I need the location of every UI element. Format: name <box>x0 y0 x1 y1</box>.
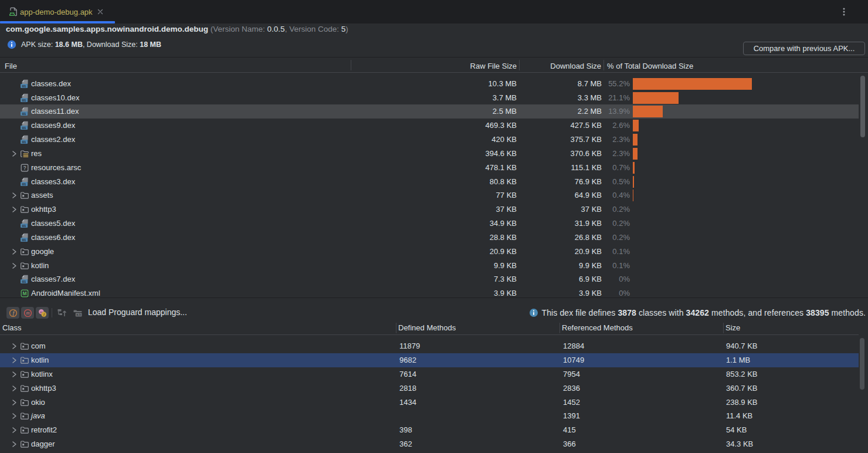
dex-icon <box>20 219 29 228</box>
file-row-classes3.dex[interactable]: classes3.dex80.8 KB76.9 KB0.5% <box>0 175 859 189</box>
class-size: 238.9 KB <box>726 395 758 410</box>
chevron-right-icon[interactable] <box>9 425 19 435</box>
download-size: 2.2 MB <box>578 104 602 119</box>
tab-label: app-demo-debug.apk <box>20 8 93 16</box>
folder-icon <box>20 411 29 421</box>
chevron-right-icon[interactable] <box>9 398 19 407</box>
column-separator <box>603 60 604 70</box>
defined-methods: 9682 <box>399 353 416 367</box>
col-header-pct-of-total[interactable]: % of Total Download Size <box>607 62 693 71</box>
referenced-methods: 1391 <box>563 409 580 423</box>
col-header-raw-file-size[interactable]: Raw File Size <box>470 62 517 71</box>
col-header-download-size[interactable]: Download Size <box>550 62 601 71</box>
col-header-size[interactable]: Size <box>725 323 740 332</box>
dex-icon <box>20 177 29 187</box>
download-size: 9.9 KB <box>579 259 602 273</box>
class-row-okhttp3[interactable]: okhttp328182836360.7 KB <box>0 381 859 395</box>
dex-icon <box>20 233 29 242</box>
class-row-okio[interactable]: okio14341452238.9 KB <box>0 395 859 410</box>
column-separator <box>560 323 560 333</box>
raw-file-size: 20.9 KB <box>490 245 517 259</box>
class-row-retrofit2[interactable]: retrofit239841554 KB <box>0 423 859 437</box>
col-header-referenced-methods[interactable]: Referenced Methods <box>562 323 633 332</box>
chevron-right-icon[interactable] <box>9 356 19 365</box>
download-size: 8.7 MB <box>578 77 602 91</box>
file-row-classes5.dex[interactable]: classes5.dex34.9 KB31.9 KB0.2% <box>0 217 859 231</box>
class-size: 1.1 MB <box>726 353 750 367</box>
raw-file-size: 80.8 KB <box>490 175 517 189</box>
class-row-kotlinx[interactable]: kotlinx76147954853.2 KB <box>0 367 859 381</box>
chevron-right-icon[interactable] <box>9 370 19 379</box>
tab-options-kebab-icon[interactable] <box>839 6 849 17</box>
file-row-kotlin[interactable]: kotlin9.9 KB9.9 KB0.1% <box>0 259 859 273</box>
tab-apk[interactable]: app-demo-debug.apk <box>0 0 115 23</box>
class-row-java[interactable]: java139111.4 KB <box>0 409 859 423</box>
download-pct-bar <box>633 78 752 90</box>
pct-of-total: 0% <box>619 286 630 298</box>
chevron-right-icon[interactable] <box>9 261 19 271</box>
file-row-classes11.dex[interactable]: classes11.dex2.5 MB2.2 MB13.9% <box>0 104 859 119</box>
class-row-com[interactable]: com1187912884940.7 KB <box>0 339 859 353</box>
class-row-dagger[interactable]: dagger36236634.3 KB <box>0 437 859 451</box>
file-row-classes6.dex[interactable]: classes6.dex28.8 KB26.8 KB0.2% <box>0 231 859 245</box>
file-row-classes7.dex[interactable]: classes7.dex7.3 KB6.9 KB0% <box>0 272 859 286</box>
file-name: classes.dex <box>31 77 71 91</box>
file-row-AndroidManifest.xml[interactable]: AndroidManifest.xml3.9 KB3.9 KB0% <box>0 286 859 298</box>
defined-methods: 11879 <box>399 339 420 353</box>
show-fields-button[interactable] <box>6 307 19 319</box>
raw-file-size: 9.9 KB <box>494 259 517 273</box>
pct-of-total: 55.2% <box>608 77 630 91</box>
load-proguard-mappings-link[interactable]: Load Proguard mappings... <box>88 307 187 317</box>
compare-apk-button[interactable]: Compare with previous APK... <box>743 42 865 55</box>
chevron-right-icon[interactable] <box>9 411 19 421</box>
chevron-right-icon[interactable] <box>9 384 19 393</box>
file-row-classes10.dex[interactable]: classes10.dex3.7 MB3.3 MB21.1% <box>0 91 859 105</box>
class-size: 11.4 KB <box>726 409 752 423</box>
col-header-class[interactable]: Class <box>2 323 22 332</box>
package-rendering-icon[interactable] <box>73 308 83 318</box>
file-row-okhttp3[interactable]: okhttp337 KB37 KB0.2% <box>0 202 859 217</box>
pct-of-total: 2.3% <box>612 133 630 147</box>
file-row-classes9.dex[interactable]: classes9.dex469.3 KB427.5 KB2.6% <box>0 119 859 133</box>
apk-file-icon <box>9 7 18 16</box>
file-row-assets[interactable]: assets77 KB64.9 KB0.4% <box>0 188 859 202</box>
show-methods-button[interactable] <box>21 307 34 319</box>
raw-file-size: 478.1 KB <box>486 161 517 175</box>
download-size: 76.9 KB <box>575 175 602 189</box>
file-row-classes.dex[interactable]: classes.dex10.3 MB8.7 MB55.2% <box>0 77 859 91</box>
download-size: 6.9 KB <box>579 272 602 286</box>
file-row-classes2.dex[interactable]: classes2.dex420 KB375.7 KB2.3% <box>0 133 859 147</box>
chevron-right-icon[interactable] <box>9 149 19 158</box>
file-row-google[interactable]: google20.9 KB20.9 KB0.1% <box>0 245 859 259</box>
toolbar-separator <box>52 308 52 317</box>
class-row-kotlin[interactable]: kotlin9682107491.1 MB <box>0 353 859 367</box>
file-name: classes9.dex <box>31 119 75 133</box>
tab-close-icon[interactable] <box>97 8 104 15</box>
download-size: 3.3 MB <box>578 91 602 105</box>
class-size: 853.2 KB <box>726 367 758 381</box>
chevron-right-icon[interactable] <box>9 440 19 449</box>
dex-icon <box>20 79 29 89</box>
file-name: classes11.dex <box>31 104 79 119</box>
pct-of-total: 0.7% <box>612 161 630 175</box>
chevron-right-icon[interactable] <box>9 247 19 256</box>
file-name: classes6.dex <box>31 231 75 245</box>
show-referenced-nodes-button[interactable] <box>36 307 49 319</box>
download-pct-bar <box>633 162 635 174</box>
chevron-right-icon[interactable] <box>9 191 19 200</box>
class-table-scrollbar-thumb[interactable] <box>860 338 864 390</box>
file-table-scrollbar-thumb[interactable] <box>860 76 865 137</box>
file-row-res[interactable]: res394.6 KB370.6 KB2.3% <box>0 147 859 161</box>
file-name: resources.arsc <box>31 161 81 175</box>
file-table-header: File Raw File Size Download Size % of To… <box>0 57 868 73</box>
folder-icon <box>20 205 29 214</box>
pct-of-total: 2.3% <box>612 147 630 161</box>
col-header-file[interactable]: File <box>5 62 17 71</box>
chevron-right-icon[interactable] <box>9 342 19 351</box>
raw-file-size: 2.5 MB <box>493 104 517 119</box>
expand-tree-icon[interactable] <box>57 308 67 318</box>
chevron-right-icon[interactable] <box>9 205 19 214</box>
dex-summary: This dex file defines 3878 classes with … <box>529 307 866 317</box>
file-row-resources.arsc[interactable]: resources.arsc478.1 KB115.1 KB0.7% <box>0 161 859 175</box>
col-header-defined-methods[interactable]: Defined Methods <box>398 323 456 332</box>
